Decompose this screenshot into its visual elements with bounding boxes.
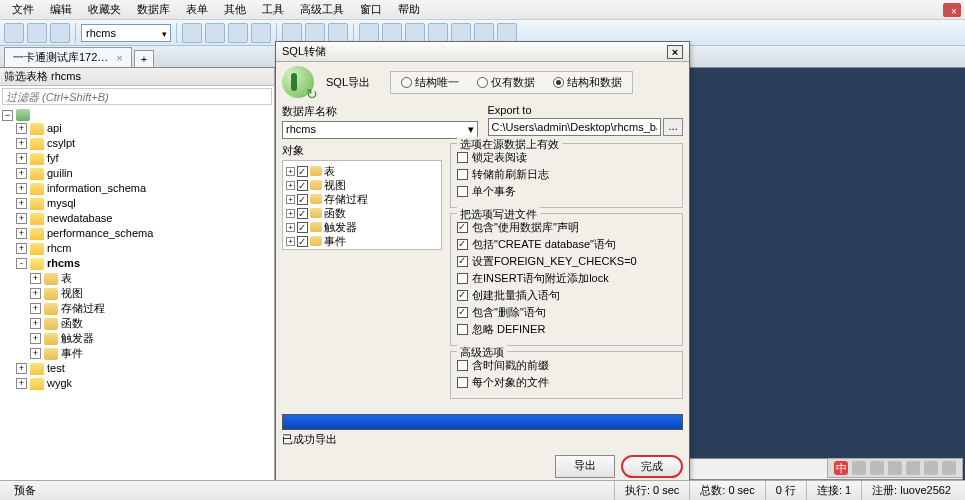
tree-node[interactable]: +触发器 [2, 331, 274, 346]
connection-tab[interactable]: 一卡通测试库172… × [4, 47, 132, 67]
dialog-close-button[interactable]: × [667, 45, 683, 59]
tool-table-icon[interactable] [205, 23, 225, 43]
tree-node[interactable]: +guilin [2, 166, 274, 181]
tree-toggle-icon[interactable]: + [16, 228, 27, 239]
option-checkbox[interactable]: 包含"删除"语句 [457, 305, 676, 320]
menu-other[interactable]: 其他 [216, 0, 254, 19]
tree-toggle-icon[interactable]: + [30, 288, 41, 299]
database-tree[interactable]: − +api+csylpt+fyf+guilin+information_sch… [0, 107, 274, 480]
tool-misc-icon[interactable] [497, 23, 517, 43]
tree-node[interactable]: +表 [2, 271, 274, 286]
export-button[interactable]: 导出 [555, 455, 615, 478]
tree-node[interactable]: +视图 [2, 286, 274, 301]
object-filter-input[interactable] [2, 88, 272, 105]
tree-node[interactable]: +函数 [2, 316, 274, 331]
tree-toggle-icon[interactable]: + [16, 198, 27, 209]
option-checkbox[interactable]: 忽略 DEFINER [457, 322, 676, 337]
radio-structure-only[interactable]: 结构唯一 [401, 75, 459, 90]
tree-node[interactable]: +api [2, 121, 274, 136]
tree-toggle-icon[interactable]: + [30, 273, 41, 284]
tree-node[interactable]: +newdatabase [2, 211, 274, 226]
done-button[interactable]: 完成 [621, 455, 683, 478]
checkbox-icon[interactable] [297, 222, 308, 233]
checkbox-icon[interactable] [297, 180, 308, 191]
tool-new-query-icon[interactable] [27, 23, 47, 43]
tree-node[interactable]: +wygk [2, 376, 274, 391]
tool-misc-icon[interactable] [405, 23, 425, 43]
object-item[interactable]: +视图 [286, 178, 438, 192]
tree-node[interactable]: -rhcms [2, 256, 274, 271]
tool-export-icon[interactable] [228, 23, 248, 43]
tree-node[interactable]: +information_schema [2, 181, 274, 196]
menu-advtools[interactable]: 高级工具 [292, 0, 352, 19]
option-checkbox[interactable]: 创建批量插入语句 [457, 288, 676, 303]
menu-form[interactable]: 表单 [178, 0, 216, 19]
tray-icon[interactable] [906, 461, 920, 475]
checkbox-icon[interactable] [297, 236, 308, 247]
tree-toggle-icon[interactable]: + [16, 183, 27, 194]
tool-misc-icon[interactable] [451, 23, 471, 43]
tool-execute-icon[interactable] [50, 23, 70, 43]
tree-node[interactable]: +csylpt [2, 136, 274, 151]
radio-data-only[interactable]: 仅有数据 [477, 75, 535, 90]
browse-button[interactable]: ... [663, 118, 683, 136]
tool-misc-icon[interactable] [382, 23, 402, 43]
tree-node[interactable]: +test [2, 361, 274, 376]
object-item[interactable]: +事件 [286, 234, 438, 248]
tree-node[interactable]: +performance_schema [2, 226, 274, 241]
option-checkbox[interactable]: 每个对象的文件 [457, 375, 676, 390]
export-path-input[interactable] [488, 118, 662, 136]
tree-node[interactable]: +fyf [2, 151, 274, 166]
option-checkbox[interactable]: 单个事务 [457, 184, 676, 199]
option-checkbox[interactable]: 设置FOREIGN_KEY_CHECKS=0 [457, 254, 676, 269]
database-selector[interactable]: rhcms [81, 24, 171, 42]
tree-toggle-icon[interactable]: + [30, 318, 41, 329]
tree-toggle-icon[interactable]: + [16, 363, 27, 374]
radio-structure-and-data[interactable]: 结构和数据 [553, 75, 622, 90]
new-tab-button[interactable]: + [134, 50, 154, 67]
tool-misc-icon[interactable] [474, 23, 494, 43]
menu-fav[interactable]: 收藏夹 [80, 0, 129, 19]
tray-icon[interactable] [924, 461, 938, 475]
tray-icon[interactable] [888, 461, 902, 475]
checkbox-icon[interactable] [297, 166, 308, 177]
tree-node[interactable]: +事件 [2, 346, 274, 361]
menu-database[interactable]: 数据库 [129, 0, 178, 19]
tree-toggle-icon[interactable]: + [16, 213, 27, 224]
tool-misc-icon[interactable] [328, 23, 348, 43]
menu-file[interactable]: 文件 [4, 0, 42, 19]
tool-refresh-icon[interactable] [182, 23, 202, 43]
tree-toggle-icon[interactable]: + [16, 123, 27, 134]
db-name-combo[interactable]: rhcms [282, 121, 478, 139]
option-checkbox[interactable]: 在INSERT语句附近添加lock [457, 271, 676, 286]
tree-node[interactable]: +存储过程 [2, 301, 274, 316]
object-item[interactable]: +函数 [286, 206, 438, 220]
tree-root[interactable]: − [2, 109, 274, 121]
tree-node[interactable]: +rhcm [2, 241, 274, 256]
objects-tree[interactable]: +表+视图+存储过程+函数+触发器+事件 [282, 160, 442, 250]
tree-node[interactable]: +mysql [2, 196, 274, 211]
tree-toggle-icon[interactable]: + [30, 348, 41, 359]
tray-icon[interactable] [942, 461, 956, 475]
tray-icon[interactable] [852, 461, 866, 475]
checkbox-icon[interactable] [297, 194, 308, 205]
option-checkbox[interactable]: 含时间戳的前缀 [457, 358, 676, 373]
tool-misc-icon[interactable] [428, 23, 448, 43]
tool-misc-icon[interactable] [282, 23, 302, 43]
menu-tools[interactable]: 工具 [254, 0, 292, 19]
tree-toggle-icon[interactable]: - [16, 258, 27, 269]
option-checkbox[interactable]: 锁定表阅读 [457, 150, 676, 165]
ime-icon[interactable]: 中 [834, 461, 848, 475]
tool-import-icon[interactable] [251, 23, 271, 43]
tree-toggle-icon[interactable]: + [16, 138, 27, 149]
option-checkbox[interactable]: 包含"使用数据库"声明 [457, 220, 676, 235]
option-checkbox[interactable]: 转储前刷新日志 [457, 167, 676, 182]
tool-misc-icon[interactable] [359, 23, 379, 43]
menu-help[interactable]: 帮助 [390, 0, 428, 19]
tool-new-conn-icon[interactable] [4, 23, 24, 43]
tree-toggle-icon[interactable]: + [16, 378, 27, 389]
tree-toggle-icon[interactable]: + [16, 168, 27, 179]
tree-toggle-icon[interactable]: + [30, 303, 41, 314]
option-checkbox[interactable]: 包括"CREATE database"语句 [457, 237, 676, 252]
menu-window[interactable]: 窗口 [352, 0, 390, 19]
